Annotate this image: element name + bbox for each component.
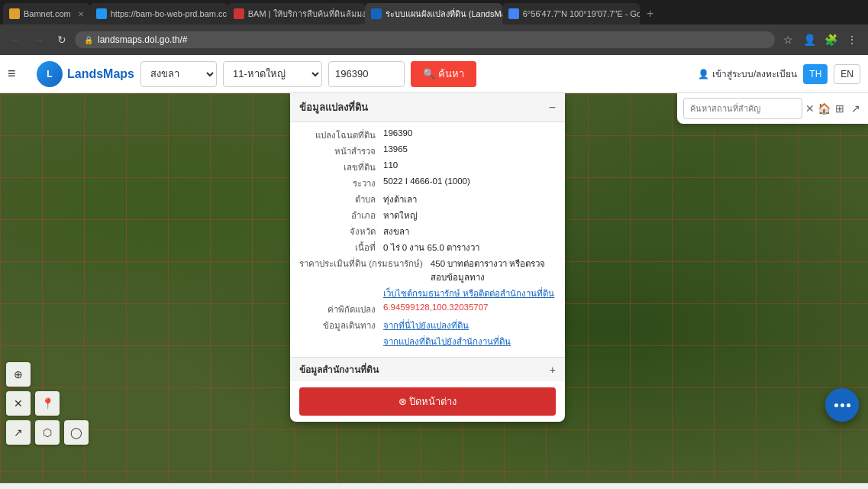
extension-icon[interactable]: 🧩 xyxy=(821,30,841,50)
panel-header: ข้อมูลแปลงที่ดิน − xyxy=(290,93,565,122)
label-ravang: ระวาง xyxy=(299,176,383,190)
map-tool-pin[interactable]: 📍 xyxy=(35,391,60,416)
label-area: เนื้อที่ xyxy=(299,241,383,254)
logo-area: L LandsMaps xyxy=(37,61,134,87)
login-label: เข้าสู่ระบบ/ลงทะเบียน xyxy=(712,66,797,81)
nav-bar: ← → ↻ 🔒 ☆ 👤 🧩 ⋮ xyxy=(0,24,868,55)
info-row-route2: จากแปลงที่ดินไปยังสำนักงานที่ดิน xyxy=(299,335,556,348)
province-select[interactable]: สงขลา xyxy=(140,61,217,87)
map-tool-select[interactable]: ⊕ xyxy=(6,362,31,387)
lock-icon: 🔒 xyxy=(84,36,93,44)
tab-bam2[interactable]: BAM | ให้บริการสืบค้นที่ดินล้มมงส้ม... ✕ xyxy=(227,3,365,24)
menu-icon[interactable]: ≡ xyxy=(8,66,31,82)
value-treasury-link[interactable]: เว็บไซต์กรมธนารักษ์ หรือติดต่อสำนักงานที… xyxy=(383,287,556,300)
value-amphoe: หาดใหญ่ xyxy=(383,209,556,222)
section2-add-button[interactable]: + xyxy=(550,364,556,376)
bottom-bar: 🖼 full_201705181439....jpg ▲ แสดงโหมด xyxy=(0,483,868,489)
value-route1[interactable]: จากที่นี่ไปยังแปลงที่ดิน xyxy=(383,319,556,332)
bookmark-icon[interactable]: ☆ xyxy=(778,30,798,50)
label-land-num: เลขที่ดิน xyxy=(299,160,383,174)
tab-label-bamnet: Bamnet.com xyxy=(24,9,71,18)
value-route2[interactable]: จากแปลงที่ดินไปยังสำนักงานที่ดิน xyxy=(383,335,556,348)
tab-bam[interactable]: https://bam-bo-web-prd.bam.cc... ✕ xyxy=(90,3,227,24)
tool-row-2: ✕ 📍 xyxy=(6,391,89,416)
info-row-tambon: ตำบล ทุ่งต้าเลา xyxy=(299,193,556,206)
tab-bamnet[interactable]: Bamnet.com ✕ xyxy=(3,3,90,24)
info-row-route1: ข้อมูลเดินทาง จากที่นี่ไปยังแปลงที่ดิน xyxy=(299,319,556,332)
info-row-area: เนื้อที่ 0 ไร่ 0 งาน 65.0 ตารางวา xyxy=(299,241,556,254)
panel-title: ข้อมูลแปลงที่ดิน xyxy=(299,99,368,115)
address-input[interactable] xyxy=(98,34,766,45)
settings-icon[interactable]: ⋮ xyxy=(842,30,862,50)
label-route2 xyxy=(299,335,383,348)
close-btn-row: ⊗ ปิดหน้าต่าง xyxy=(290,381,565,422)
tab-label-bam2: BAM | ให้บริการสืบค้นที่ดินล้มมงส้ม... xyxy=(248,7,365,21)
value-ravang: 5022 I 4666-01 (1000) xyxy=(383,176,556,190)
chat-button[interactable] xyxy=(825,388,859,422)
info-row-survey: หน้าสำรวจ 13965 xyxy=(299,144,556,158)
panel-body: แปลงโฉนดที่ดิน 196390 หน้าสำรวจ 13965 เล… xyxy=(290,122,565,357)
login-button[interactable]: 👤 เข้าสู่ระบบ/ลงทะเบียน xyxy=(698,66,797,81)
tool-row-3: ↗ ⬡ ◯ xyxy=(6,420,89,445)
label-treasury xyxy=(299,287,383,300)
forward-button[interactable]: → xyxy=(29,30,49,50)
map-area[interactable]: ข้อมูลแปลงที่ดิน − แปลงโฉนดที่ดิน 196390… xyxy=(0,93,868,483)
lang-en-button[interactable]: EN xyxy=(834,64,860,84)
map-tool-line[interactable]: ↗ xyxy=(6,420,31,445)
tab-label-google: 6°56'47.7"N 100°19'07.7"E - Goo... xyxy=(523,9,640,18)
tab-favicon-bam2 xyxy=(234,8,244,19)
map-tools: ⊕ ✕ 📍 ↗ ⬡ ◯ xyxy=(6,362,89,445)
person-icon: 👤 xyxy=(698,69,709,79)
info-row-ravang: ระวาง 5022 I 4666-01 (1000) xyxy=(299,176,556,190)
map-tool-circle[interactable]: ◯ xyxy=(64,420,89,445)
chat-dots xyxy=(834,403,850,407)
grid-icon[interactable]: ⊞ xyxy=(834,98,847,119)
label-price: ราคาประเมินที่ดิน (กรมธนารักษ์) xyxy=(299,257,431,284)
arrow-icon[interactable]: ↗ xyxy=(850,98,863,119)
location-search-input[interactable] xyxy=(683,98,802,119)
label-province: จังหวัด xyxy=(299,225,383,238)
app-toolbar: ≡ L LandsMaps สงขลา 11-หาดใหญ่ 🔍 ค้นหา 👤… xyxy=(0,55,868,93)
tab-favicon-google xyxy=(508,8,519,19)
profile-icon[interactable]: 👤 xyxy=(799,30,819,50)
tool-row-1: ⊕ xyxy=(6,362,89,387)
value-area: 0 ไร่ 0 งาน 65.0 ตารางวา xyxy=(383,241,556,254)
new-tab-button[interactable]: + xyxy=(640,3,661,24)
map-tool-polygon[interactable]: ⬡ xyxy=(35,420,60,445)
value-coords[interactable]: 6.94599128,100.32035707 xyxy=(383,303,556,316)
toolbar-right: 👤 เข้าสู่ระบบ/ลงทะเบียน TH EN xyxy=(698,64,860,84)
tab-landsmap[interactable]: ระบบแผนผังแปลงที่ดิน (LandsMap... ✕ xyxy=(365,3,502,24)
info-row-treasury: เว็บไซต์กรมธนารักษ์ หรือติดต่อสำนักงานที… xyxy=(299,287,556,300)
label-route1: ข้อมูลเดินทาง xyxy=(299,319,383,332)
reload-button[interactable]: ↻ xyxy=(52,30,72,50)
address-bar[interactable]: 🔒 xyxy=(75,31,775,48)
section2-header: ข้อมูลสำนักงานที่ดิน + xyxy=(290,358,565,381)
home-icon[interactable]: 🏠 xyxy=(818,98,831,119)
tab-google[interactable]: 6°56'47.7"N 100°19'07.7"E - Goo... ✕ xyxy=(502,3,640,24)
search-input[interactable] xyxy=(328,61,405,87)
label-parcel: แปลงโฉนดที่ดิน xyxy=(299,128,383,142)
tab-favicon-bamnet xyxy=(9,8,20,19)
tab-close-bamnet[interactable]: ✕ xyxy=(78,10,84,18)
info-panel: ข้อมูลแปลงที่ดิน − แปลงโฉนดที่ดิน 196390… xyxy=(290,93,565,422)
right-clear-button[interactable]: ✕ xyxy=(805,102,815,115)
close-window-button[interactable]: ⊗ ปิดหน้าต่าง xyxy=(299,387,556,416)
lang-th-button[interactable]: TH xyxy=(803,64,828,84)
label-survey: หน้าสำรวจ xyxy=(299,144,383,158)
search-button[interactable]: 🔍 ค้นหา xyxy=(411,61,476,87)
tab-bar: Bamnet.com ✕ https://bam-bo-web-prd.bam.… xyxy=(0,0,868,24)
section2-title: ข้อมูลสำนักงานที่ดิน xyxy=(299,362,379,377)
value-price: 450 บาทต่อตารางวา หรือตรวจสอบข้อมูลทาง xyxy=(431,257,556,284)
label-amphoe: อำเภอ xyxy=(299,209,383,222)
logo-text: LandsMaps xyxy=(67,67,134,81)
district-select[interactable]: 11-หาดใหญ่ xyxy=(223,61,322,87)
label-tambon: ตำบล xyxy=(299,193,383,206)
value-province: สงขลา xyxy=(383,225,556,238)
info-row-province: จังหวัด สงขลา xyxy=(299,225,556,238)
land-office-section: ข้อมูลสำนักงานที่ดิน + ⊗ ปิดหน้าต่าง xyxy=(290,357,565,422)
panel-close-button[interactable]: − xyxy=(549,101,556,115)
back-button[interactable]: ← xyxy=(6,30,26,50)
map-tool-cross[interactable]: ✕ xyxy=(6,391,31,416)
tab-label-landsmap: ระบบแผนผังแปลงที่ดิน (LandsMap... xyxy=(386,7,502,21)
browser-chrome: Bamnet.com ✕ https://bam-bo-web-prd.bam.… xyxy=(0,0,868,55)
